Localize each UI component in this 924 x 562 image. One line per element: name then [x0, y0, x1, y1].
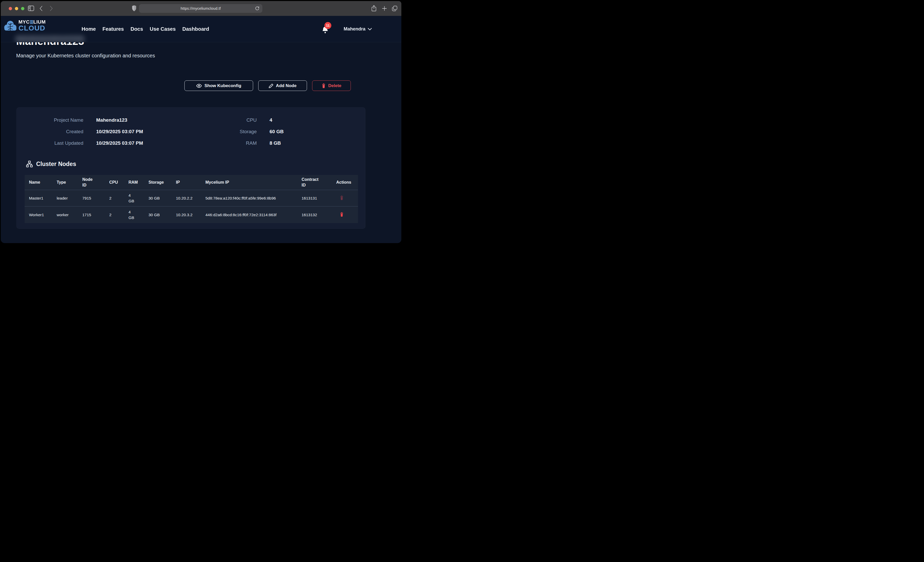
cell-name: Worker1 [25, 212, 57, 218]
user-menu[interactable]: Mahendra [344, 16, 372, 42]
brand-line-mycelium: MYCLIUM [18, 19, 46, 24]
cluster-nodes-header: Cluster Nodes [26, 160, 76, 168]
add-node-label: Add Node [276, 83, 297, 88]
col-header-cpu: CPU [109, 179, 129, 185]
nav-link-docs[interactable]: Docs [130, 26, 143, 32]
col-header-mycelium-ip: Mycelium IP [206, 179, 302, 185]
cell-ram: 4 GB [129, 193, 148, 204]
address-bar[interactable]: https://myceliumcloud.tf [139, 4, 262, 13]
delete-cluster-button[interactable]: Delete [312, 81, 351, 91]
cluster-info-right: CPU 4 Storage 60 GB RAM 8 GB [181, 114, 366, 149]
share-icon[interactable] [371, 5, 377, 12]
delete-cluster-label: Delete [328, 83, 341, 88]
shield-icon[interactable] [132, 5, 136, 12]
col-header-ip: IP [176, 179, 206, 185]
traffic-light-minimize[interactable] [15, 7, 18, 10]
cell-type: leader [57, 196, 82, 201]
col-header-name: Name [25, 179, 57, 185]
col-header-type: Type [57, 179, 82, 185]
delete-node-button[interactable] [340, 196, 344, 201]
eye-icon [196, 84, 202, 88]
cell-storage: 30 GB [148, 196, 176, 201]
trash-icon [322, 83, 326, 88]
info-value: 60 GB [270, 129, 284, 135]
col-header-storage: Storage [148, 179, 176, 185]
delete-node-button[interactable] [340, 212, 344, 217]
page-subtitle: Manage your Kubernetes cluster configura… [16, 53, 155, 59]
browser-chrome: https://myceliumcloud.tf [1, 1, 401, 16]
info-row-ram: RAM 8 GB [181, 137, 366, 149]
info-row-storage: Storage 60 GB [181, 126, 366, 137]
pencil-icon [269, 84, 273, 88]
brand-logo[interactable]: MYCLIUM CLOUD [4, 19, 46, 32]
info-value: Mahendra123 [96, 117, 127, 123]
notification-badge: 11 [324, 22, 332, 29]
nav-link-dashboard[interactable]: Dashboard [182, 26, 209, 32]
cell-name: Master1 [25, 196, 57, 201]
back-icon[interactable] [39, 6, 43, 11]
chevron-down-icon [368, 28, 372, 30]
cell-actions [336, 196, 358, 201]
info-value: 10/29/2025 03:07 PM [96, 140, 143, 146]
table-row-worker1: Worker1 worker 1715 2 4 GB 30 GB 10.20.3… [25, 206, 358, 223]
blurred-title-smudge [15, 35, 85, 42]
traffic-light-close[interactable] [9, 7, 12, 10]
cell-contract-id: 1613132 [302, 212, 336, 218]
brand-wordmark: MYCLIUM CLOUD [18, 19, 46, 32]
forward-icon[interactable] [50, 6, 53, 11]
info-label: Created [16, 129, 83, 135]
nav-link-features[interactable]: Features [103, 26, 124, 32]
cell-cpu: 2 [109, 196, 129, 201]
cluster-details-panel: Project Name Mahendra123 Created 10/29/2… [16, 107, 366, 229]
info-row-cpu: CPU 4 [181, 114, 366, 126]
cell-ram: 4 GB [129, 209, 148, 220]
sidebar-toggle-icon[interactable] [28, 6, 34, 11]
info-label: CPU [181, 117, 257, 123]
nav-links: Home Features Docs Use Cases Dashboard [81, 16, 209, 42]
tabs-overview-icon[interactable] [392, 5, 398, 12]
show-kubeconfig-label: Show Kubeconfig [204, 83, 242, 88]
notifications-button[interactable]: 11 [322, 22, 333, 37]
info-value: 4 [270, 117, 272, 123]
info-label: RAM [181, 140, 257, 146]
cluster-nodes-title: Cluster Nodes [36, 161, 76, 167]
col-header-contract-id: Contract ID [302, 177, 336, 188]
new-tab-icon[interactable] [382, 6, 387, 11]
info-value: 8 GB [270, 140, 281, 146]
traffic-light-zoom[interactable] [21, 7, 24, 10]
cluster-nodes-table: Name Type Node ID CPU RAM Storage IP Myc… [25, 175, 358, 223]
col-header-node-id: Node ID [82, 177, 109, 188]
info-row-created: Created 10/29/2025 03:07 PM [16, 126, 181, 137]
cell-node-id: 1715 [82, 212, 109, 218]
table-row-master1: Master1 leader 7915 2 4 GB 30 GB 10.20.2… [25, 190, 358, 206]
reload-icon[interactable] [255, 6, 260, 11]
user-name: Mahendra [344, 26, 366, 32]
top-navbar: MYCLIUM CLOUD Home Features Docs Use Cas… [1, 16, 401, 42]
trash-icon [340, 196, 344, 200]
info-label: Project Name [16, 117, 83, 123]
show-kubeconfig-button[interactable]: Show Kubeconfig [184, 81, 253, 91]
stylized-e-icon [30, 20, 33, 24]
col-header-ram: RAM [129, 179, 148, 185]
cloud-logo-icon [4, 20, 16, 31]
cluster-actions-row: Show Kubeconfig Add Node Delete [184, 81, 351, 91]
info-label: Storage [181, 129, 257, 135]
info-row-last-updated: Last Updated 10/29/2025 03:07 PM [16, 137, 181, 149]
info-value: 10/29/2025 03:07 PM [96, 129, 143, 135]
cell-storage: 30 GB [148, 212, 176, 218]
cell-type: worker [57, 212, 82, 218]
nav-link-use-cases[interactable]: Use Cases [150, 26, 176, 32]
cluster-info-left: Project Name Mahendra123 Created 10/29/2… [16, 114, 181, 149]
cell-node-id: 7915 [82, 196, 109, 201]
cell-ip: 10.20.2.2 [176, 196, 206, 201]
page-viewport: Mahendra123 Manage your Kubernetes clust… [1, 16, 401, 243]
table-header-row: Name Type Node ID CPU RAM Storage IP Myc… [25, 175, 358, 190]
address-bar-url: https://myceliumcloud.tf [180, 6, 220, 10]
cell-cpu: 2 [109, 212, 129, 218]
nav-link-home[interactable]: Home [81, 26, 96, 32]
cell-actions [336, 212, 358, 217]
add-node-button[interactable]: Add Node [258, 81, 307, 91]
info-label: Last Updated [16, 140, 83, 146]
col-header-actions: Actions [336, 179, 358, 185]
cell-mycelium-ip: 5d8:78ea:a120:f40c:ff0f:a5fe:99e6:8b96 [206, 196, 302, 201]
